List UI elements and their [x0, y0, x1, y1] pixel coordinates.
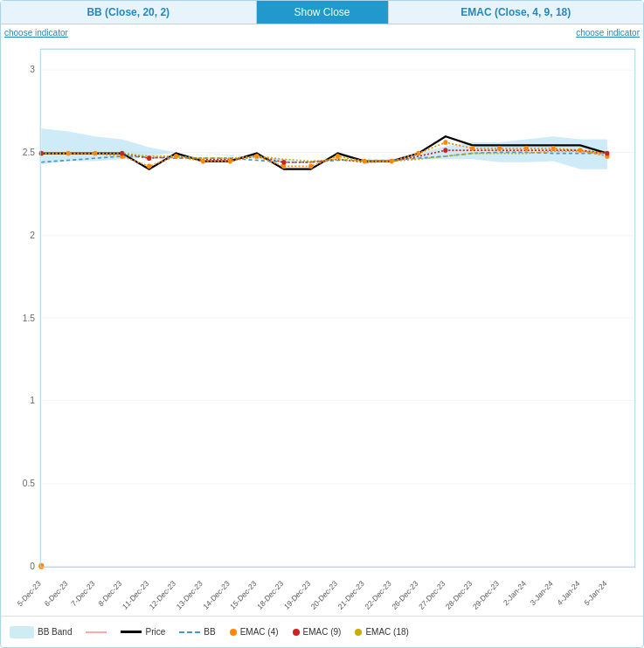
outlier-dot — [38, 563, 44, 569]
svg-text:28-Dec-23: 28-Dec-23 — [444, 579, 474, 612]
legend-bb-band: BB Band — [10, 626, 72, 638]
svg-point-45 — [254, 154, 259, 159]
legend-emac18: EMAC (18) — [355, 627, 408, 637]
svg-text:1: 1 — [30, 394, 35, 405]
svg-text:15-Dec-23: 15-Dec-23 — [228, 579, 258, 612]
svg-point-54 — [497, 146, 502, 151]
legend-bb-band-label: BB Band — [38, 627, 72, 637]
svg-point-49 — [363, 159, 367, 164]
svg-text:4-Jan-24: 4-Jan-24 — [556, 579, 582, 608]
svg-point-51 — [416, 151, 420, 156]
svg-text:2: 2 — [30, 230, 35, 241]
legend-bar: BB Band Price BB EMAC (4) EMAC (9) EMAC … — [1, 616, 643, 647]
svg-point-38 — [66, 151, 71, 156]
svg-text:14-Dec-23: 14-Dec-23 — [202, 579, 232, 612]
svg-point-50 — [390, 159, 394, 164]
svg-point-61 — [147, 155, 151, 161]
svg-point-52 — [443, 140, 447, 145]
header-bar: BB (Close, 20, 2) Show Close EMAC (Close… — [1, 1, 643, 24]
svg-text:2.5: 2.5 — [23, 146, 35, 157]
price-pink-swatch — [86, 631, 107, 633]
bb-band-fill — [41, 128, 607, 169]
bb-indicator-button[interactable]: BB (Close, 20, 2) — [1, 1, 257, 24]
svg-text:3: 3 — [30, 64, 35, 75]
svg-text:11-Dec-23: 11-Dec-23 — [121, 579, 150, 612]
svg-point-42 — [174, 154, 178, 159]
svg-text:2-Jan-24: 2-Jan-24 — [502, 579, 528, 608]
emac4-dot-swatch — [230, 629, 237, 636]
svg-text:5-Jan-24: 5-Jan-24 — [583, 579, 609, 608]
svg-point-44 — [228, 159, 232, 164]
legend-emac4: EMAC (4) — [230, 627, 279, 637]
svg-text:26-Dec-23: 26-Dec-23 — [391, 579, 420, 612]
emac18-dot-swatch — [355, 629, 362, 636]
svg-point-59 — [39, 151, 44, 156]
svg-text:1.5: 1.5 — [23, 312, 35, 323]
svg-text:5-Dec-23: 5-Dec-23 — [16, 579, 43, 609]
svg-point-53 — [470, 146, 474, 151]
choose-indicator-right[interactable]: choose indicator — [576, 28, 640, 38]
legend-emac9-label: EMAC (9) — [303, 627, 342, 637]
svg-text:20-Dec-23: 20-Dec-23 — [309, 579, 339, 612]
svg-point-57 — [578, 148, 582, 153]
choose-indicator-left[interactable]: choose indicator — [4, 28, 68, 38]
show-close-button[interactable]: Show Close — [257, 1, 388, 24]
svg-point-55 — [524, 146, 529, 151]
svg-point-43 — [201, 159, 205, 164]
legend-bb: BB — [179, 627, 215, 637]
main-container: BB (Close, 20, 2) Show Close EMAC (Close… — [0, 0, 644, 648]
svg-point-41 — [147, 163, 151, 169]
legend-emac9: EMAC (9) — [293, 627, 342, 637]
bb-swatch — [179, 631, 200, 633]
svg-text:22-Dec-23: 22-Dec-23 — [364, 579, 393, 612]
svg-text:19-Dec-23: 19-Dec-23 — [282, 579, 312, 612]
svg-point-48 — [336, 154, 340, 159]
svg-point-60 — [120, 151, 124, 156]
svg-point-56 — [551, 146, 556, 151]
legend-price-label: Price — [145, 627, 165, 637]
price-swatch — [121, 631, 142, 633]
svg-text:27-Dec-23: 27-Dec-23 — [417, 579, 447, 612]
bb-band-swatch — [10, 626, 34, 638]
svg-text:21-Dec-23: 21-Dec-23 — [336, 579, 366, 612]
svg-text:0.5: 0.5 — [23, 478, 35, 489]
emac-indicator-button[interactable]: EMAC (Close, 4, 9, 18) — [388, 1, 644, 24]
legend-emac18-label: EMAC (18) — [365, 627, 408, 637]
svg-text:29-Dec-23: 29-Dec-23 — [471, 579, 501, 612]
svg-point-63 — [443, 148, 447, 153]
svg-text:13-Dec-23: 13-Dec-23 — [175, 579, 204, 612]
legend-emac4-label: EMAC (4) — [240, 627, 279, 637]
svg-text:3-Jan-24: 3-Jan-24 — [529, 579, 555, 608]
chart-area: 3 2.5 2 1.5 1 0.5 0 5-Dec-23 6-Dec-23 7-… — [1, 40, 643, 616]
svg-point-62 — [281, 160, 286, 165]
legend-price-pink — [86, 631, 107, 633]
svg-text:12-Dec-23: 12-Dec-23 — [148, 579, 177, 612]
svg-rect-0 — [41, 50, 634, 566]
svg-point-47 — [308, 163, 313, 169]
subheader-bar: choose indicator choose indicator — [1, 24, 643, 40]
svg-text:18-Dec-23: 18-Dec-23 — [255, 579, 285, 612]
svg-rect-65 — [40, 49, 635, 567]
svg-point-64 — [605, 151, 609, 156]
svg-point-39 — [93, 151, 97, 156]
svg-text:0: 0 — [30, 560, 35, 571]
svg-text:8-Dec-23: 8-Dec-23 — [97, 579, 124, 609]
legend-bb-label: BB — [204, 627, 215, 637]
legend-price: Price — [121, 627, 165, 637]
emac9-dot-swatch — [293, 629, 300, 636]
svg-text:6-Dec-23: 6-Dec-23 — [43, 579, 70, 609]
svg-text:7-Dec-23: 7-Dec-23 — [70, 579, 97, 609]
chart-svg: 3 2.5 2 1.5 1 0.5 0 5-Dec-23 6-Dec-23 7-… — [1, 40, 643, 616]
